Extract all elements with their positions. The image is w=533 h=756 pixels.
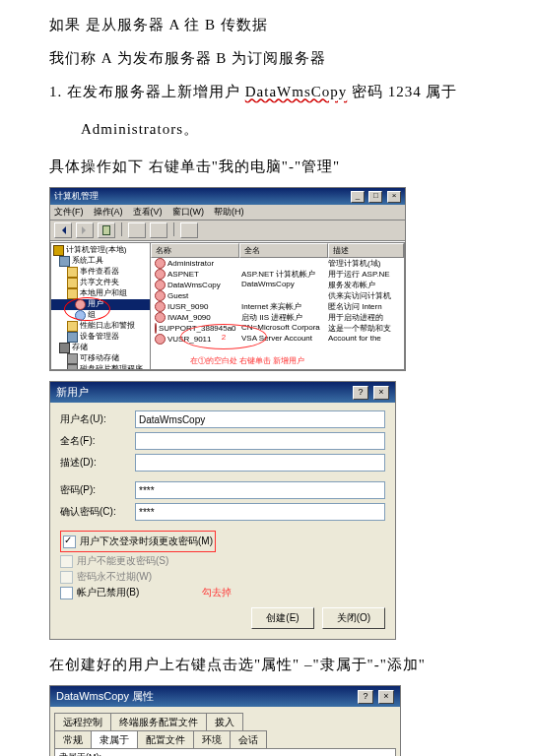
separator: [173, 222, 174, 236]
maximize-button[interactable]: □: [368, 191, 382, 203]
annotation-text: 在①的空白处 右键单击 新增用户: [190, 355, 304, 366]
tree-event[interactable]: 事件查看器: [51, 267, 150, 278]
para-1: 如果 是从服务器 A 往 B 传数据: [49, 10, 494, 39]
menu-help[interactable]: 帮助(H): [214, 206, 244, 219]
window-titlebar[interactable]: 计算机管理 _ □ ×: [50, 188, 405, 205]
checkbox-disabled[interactable]: [60, 587, 73, 599]
tab-terminal[interactable]: 终端服务配置文件: [110, 713, 207, 731]
close-button[interactable]: ×: [378, 690, 394, 704]
close-button[interactable]: ×: [387, 191, 401, 203]
storage-icon: [59, 343, 70, 353]
back-button[interactable]: [54, 222, 72, 238]
create-button[interactable]: 创建(E): [251, 607, 314, 629]
tab-dialin[interactable]: 拨入: [206, 713, 243, 731]
label-username: 用户名(U):: [60, 412, 135, 426]
tree-defrag[interactable]: 磁盘碎片整理程序: [51, 364, 150, 370]
tree-local[interactable]: 本地用户和组: [51, 288, 150, 299]
user-icon: [155, 280, 166, 290]
defrag-icon: [67, 364, 78, 370]
help-button[interactable]: ?: [353, 386, 368, 400]
tree-storage[interactable]: 存储: [51, 343, 150, 353]
label-neverexpire: 密码永不过期(W): [77, 570, 152, 584]
tree-device[interactable]: 设备管理器: [51, 332, 150, 343]
menu-file[interactable]: 文件(F): [54, 206, 84, 219]
checkbox-mustchange[interactable]: [63, 536, 76, 548]
list-row[interactable]: ASPNETASP.NET 计算机帐户用于运行 ASP.NE: [151, 269, 404, 280]
step1-pre: 1. 在发布服务器上新增用户: [49, 84, 245, 99]
checkbox-cannotchange[interactable]: [60, 555, 73, 568]
list-row[interactable]: DataWmsCopyDataWmsCopy服务发布帐户: [151, 280, 404, 290]
step-1b: Administrators。: [81, 114, 494, 144]
step-1: 1. 在发布服务器上新增用户 DataWmsCopy 密码 1234 属于: [49, 77, 494, 106]
checkbox-neverexpire[interactable]: [60, 571, 73, 584]
list-row[interactable]: Guest供来宾访问计算机: [151, 290, 404, 301]
label-password: 密码(P):: [60, 483, 135, 497]
tab-env[interactable]: 环境: [193, 730, 231, 749]
para-3: 具体操作如下 右键单击"我的电脑"-"管理": [49, 152, 494, 181]
label-disabled: 帐户已禁用(B): [77, 586, 139, 599]
annotation-red-text: 勾去掉: [202, 586, 232, 599]
user-icon: [155, 312, 166, 323]
tab-content: 隶属于(M): Administrators SQLServer2005SQLA…: [54, 748, 396, 756]
label-confirm: 确认密码(C):: [60, 505, 135, 519]
list-row[interactable]: Administrator管理计算机(域): [151, 258, 404, 269]
export-button[interactable]: [180, 222, 198, 238]
col-desc[interactable]: 描述: [328, 243, 404, 258]
refresh-button[interactable]: [150, 222, 167, 238]
folder-icon: [67, 278, 78, 288]
tree-perf[interactable]: 性能日志和警报: [51, 321, 150, 332]
tree-shared[interactable]: 共享文件夹: [51, 278, 150, 288]
dialog-titlebar[interactable]: 新用户 ? ×: [50, 382, 395, 403]
input-confirm[interactable]: ****: [135, 503, 385, 521]
tree-pane[interactable]: 计算机管理(本地) 系统工具 事件查看器 共享文件夹 本地用户和组 用户 组 性…: [50, 242, 150, 370]
step1-mid: 密码 1234 属于: [347, 84, 457, 99]
computer-icon: [53, 245, 64, 256]
close-dlg-button[interactable]: 关闭(O): [322, 607, 385, 629]
tools-icon: [59, 256, 70, 267]
forward-button[interactable]: [76, 222, 94, 238]
device-icon: [67, 332, 78, 343]
properties-button[interactable]: [128, 222, 146, 238]
col-name[interactable]: 名称: [151, 243, 239, 258]
tabs-row1: 远程控制 终端服务配置文件 拨入: [50, 709, 400, 730]
properties-titlebar[interactable]: DataWmsCopy 属性 ? ×: [50, 686, 400, 707]
tree-removable[interactable]: 可移动存储: [51, 353, 150, 364]
input-desc[interactable]: [135, 454, 385, 472]
minimize-button[interactable]: _: [351, 191, 365, 203]
tab-general[interactable]: 常规: [54, 730, 92, 749]
tree-root[interactable]: 计算机管理(本地): [51, 245, 150, 256]
list-row[interactable]: IUSR_9090Internet 来宾帐户匿名访问 Intern: [151, 301, 404, 312]
user-icon: [155, 301, 166, 312]
help-button[interactable]: ?: [358, 690, 373, 704]
datawmscopy-word: DataWmsCopy: [245, 84, 347, 99]
close-button[interactable]: ×: [373, 386, 389, 400]
input-fullname[interactable]: [135, 432, 385, 450]
tab-profile[interactable]: 配置文件: [137, 730, 194, 749]
menu-window[interactable]: 窗口(W): [172, 206, 205, 219]
para-4: 在创建好的用户上右键点击选"属性" –"隶属于"-"添加": [49, 650, 494, 679]
figure-new-user-dialog: 新用户 ? × 用户名(U): DataWmsCopy 全名(F): 描述(D)…: [49, 381, 494, 640]
input-password[interactable]: ****: [135, 481, 385, 499]
menu-action[interactable]: 操作(A): [94, 206, 123, 219]
disk-icon: [67, 353, 78, 364]
list-row[interactable]: IWAM_9090启动 IIS 进程帐户用于启动进程的: [151, 312, 404, 323]
user-icon: [155, 323, 157, 334]
memberof-label: 隶属于(M):: [59, 751, 391, 756]
col-fullname[interactable]: 全名: [239, 243, 328, 258]
window-title: 计算机管理: [54, 190, 99, 203]
list-pane[interactable]: 名称 全名 描述 Administrator管理计算机(域)ASPNETASP.…: [150, 242, 405, 370]
tab-memberof[interactable]: 隶属于: [91, 730, 138, 749]
properties-title: DataWmsCopy 属性: [56, 689, 154, 704]
up-button[interactable]: [98, 222, 115, 238]
folder-icon: [67, 321, 78, 332]
menubar: 文件(F) 操作(A) 查看(V) 窗口(W) 帮助(H): [50, 205, 405, 220]
tab-session[interactable]: 会话: [230, 730, 267, 749]
tree-systools[interactable]: 系统工具: [51, 256, 150, 267]
input-username[interactable]: DataWmsCopy: [135, 410, 385, 428]
menu-view[interactable]: 查看(V): [133, 206, 163, 219]
user-icon: [155, 269, 166, 280]
tab-remote[interactable]: 远程控制: [54, 713, 111, 731]
label-fullname: 全名(F):: [60, 434, 135, 448]
para-2: 我们称 A 为发布服务器 B 为订阅服务器: [49, 43, 494, 73]
dialog-title: 新用户: [56, 385, 89, 400]
